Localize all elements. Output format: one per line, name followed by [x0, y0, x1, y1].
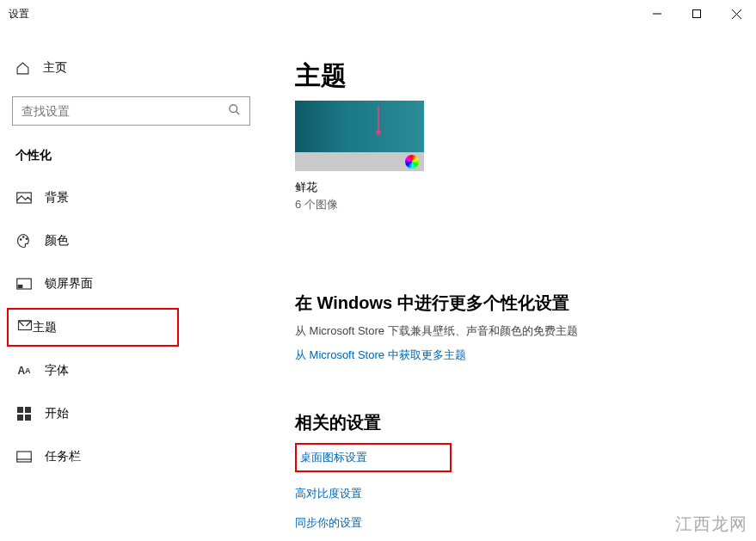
sidebar-item-label: 主题 [33, 320, 57, 335]
related-settings-heading: 相关的设置 [295, 411, 756, 434]
more-personalization-heading: 在 Windows 中进行更多个性化设置 [295, 292, 756, 315]
theme-name: 鲜花 [295, 180, 756, 195]
svg-point-4 [230, 105, 237, 113]
theme-image-count: 6 个图像 [295, 197, 756, 212]
more-personalization-desc: 从 Microsoft Store 下载兼具壁纸、声音和颜色的免费主题 [295, 323, 756, 339]
minimize-icon [653, 9, 661, 18]
minimize-button[interactable] [637, 0, 677, 28]
sync-settings-link[interactable]: 同步你的设置 [295, 515, 362, 531]
svg-rect-11 [18, 286, 22, 288]
sidebar-item-colors[interactable]: 颜色 [0, 222, 261, 260]
main-content: 主题 鲜花 6 个图像 在 Windows 中进行更多个性化设置 从 Micro… [271, 28, 756, 541]
svg-point-7 [21, 239, 22, 241]
sidebar-item-taskbar[interactable]: 任务栏 [0, 438, 261, 476]
sidebar-item-label: 任务栏 [45, 449, 81, 464]
sidebar-item-label: 颜色 [45, 233, 69, 249]
high-contrast-link[interactable]: 高对比度设置 [295, 486, 362, 501]
fonts-icon: AA [15, 362, 33, 379]
svg-rect-15 [17, 415, 23, 421]
sidebar-item-label: 字体 [45, 363, 69, 378]
themes-icon [17, 318, 33, 336]
sidebar-item-background[interactable]: 背景 [0, 179, 261, 217]
sidebar-item-label: 锁屏界面 [45, 276, 93, 292]
sidebar-home[interactable]: 主页 [0, 52, 261, 84]
close-icon [732, 9, 741, 19]
search-icon [228, 103, 241, 119]
svg-rect-14 [25, 407, 31, 413]
search-box[interactable] [12, 96, 250, 126]
close-button[interactable] [716, 0, 756, 28]
store-link[interactable]: 从 Microsoft Store 中获取更多主题 [295, 347, 466, 363]
window-title: 设置 [9, 7, 29, 22]
sidebar-item-fonts[interactable]: AA 字体 [0, 352, 261, 390]
sidebar-item-lockscreen[interactable]: 锁屏界面 [0, 265, 261, 303]
svg-point-8 [23, 237, 25, 238]
palette-icon [15, 232, 33, 249]
svg-rect-13 [17, 407, 23, 413]
start-icon [15, 405, 33, 422]
window-controls [637, 0, 756, 28]
svg-rect-16 [25, 415, 31, 421]
svg-point-9 [26, 238, 28, 240]
watermark: 江西龙网 [675, 513, 747, 536]
lockscreen-icon [15, 275, 33, 292]
theme-accent-bar [295, 152, 424, 171]
color-wheel-icon [405, 155, 419, 169]
taskbar-icon [15, 448, 33, 465]
picture-icon [15, 189, 33, 206]
sidebar-item-label: 背景 [45, 190, 69, 206]
desktop-icon-settings-link-highlight: 桌面图标设置 [295, 443, 452, 472]
sidebar-section-label: 个性化 [15, 148, 261, 163]
maximize-button[interactable] [677, 0, 716, 28]
desktop-icon-settings-link[interactable]: 桌面图标设置 [300, 451, 367, 464]
page-title: 主题 [295, 58, 756, 94]
svg-line-5 [236, 111, 239, 114]
svg-rect-17 [17, 452, 32, 462]
sidebar: 主页 个性化 背景 颜色 锁屏界面 [0, 28, 271, 541]
theme-preview[interactable] [295, 101, 424, 175]
theme-thumbnail [295, 101, 424, 152]
titlebar: 设置 [0, 0, 756, 28]
maximize-icon [692, 9, 701, 18]
sidebar-home-label: 主页 [43, 60, 67, 76]
sidebar-item-themes[interactable]: 主题 [7, 308, 179, 347]
search-input[interactable] [22, 104, 228, 118]
home-icon [15, 61, 33, 76]
sidebar-item-start[interactable]: 开始 [0, 395, 261, 433]
svg-rect-1 [693, 10, 701, 18]
sidebar-item-label: 开始 [45, 406, 69, 421]
